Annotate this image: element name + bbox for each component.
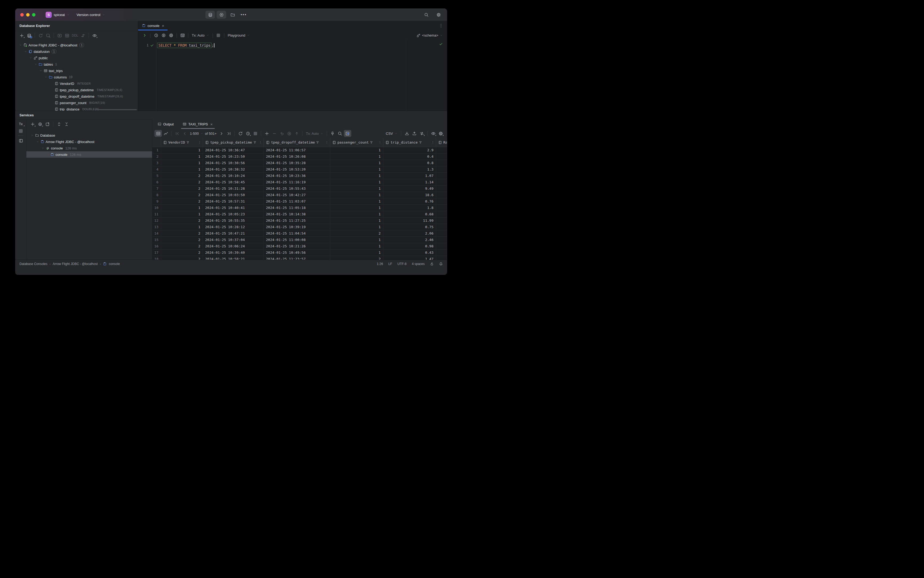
table-row[interactable]: 10 1 2024-01-25 10:40:41 2024-01-25 11:0… <box>152 205 447 211</box>
distance-cell[interactable]: 0.43 <box>383 250 436 256</box>
vendorid-cell[interactable]: 2 <box>161 230 203 236</box>
rate-cell[interactable] <box>436 205 447 211</box>
results-stop-button[interactable] <box>251 130 259 137</box>
service-item-connection[interactable]: console126 ms <box>26 145 152 151</box>
breadcrumb-item[interactable]: Database Consoles <box>19 262 47 266</box>
table-row[interactable]: 3 1 2024-01-25 10:30:56 2024-01-25 10:35… <box>152 160 447 166</box>
col-header-vendorid[interactable]: VendorID <box>161 138 203 147</box>
passenger-cell[interactable]: 1 <box>330 166 383 172</box>
vendorid-cell[interactable]: 1 <box>161 224 203 230</box>
pin-tab-button[interactable] <box>329 130 336 137</box>
row-number-cell[interactable]: 4 <box>152 166 161 172</box>
services-view-options-button[interactable] <box>36 121 44 128</box>
project-widget[interactable]: S spiceai <box>40 11 71 19</box>
parameters-button[interactable] <box>160 32 167 39</box>
close-tab-icon[interactable]: × <box>161 24 165 28</box>
distance-cell[interactable]: 2.46 <box>383 237 436 243</box>
export-format-select[interactable]: CSV <box>384 131 399 136</box>
tab-output[interactable]: Output <box>155 119 176 129</box>
table-row[interactable]: 15 2 2024-01-25 10:37:04 2024-01-25 11:0… <box>152 237 447 243</box>
pickup-cell[interactable]: 2024-01-25 10:38:32 <box>203 166 264 172</box>
passenger-cell[interactable]: 1 <box>330 250 383 256</box>
project-files-button[interactable] <box>228 11 237 19</box>
passenger-cell[interactable]: 1 <box>330 147 383 153</box>
breadcrumb-item[interactable]: console <box>109 262 120 266</box>
compare-button[interactable] <box>418 130 425 137</box>
rate-cell[interactable] <box>436 224 447 230</box>
close-tab-icon[interactable]: × <box>210 122 213 126</box>
jump-to-editor-button[interactable] <box>79 32 87 39</box>
row-number-cell[interactable]: 6 <box>152 179 161 185</box>
layout-strip-button[interactable] <box>19 138 23 143</box>
row-number-cell[interactable]: 7 <box>152 185 161 192</box>
table-row[interactable]: 5 2 2024-01-25 10:10:24 2024-01-25 10:23… <box>152 173 447 179</box>
passenger-cell[interactable]: 1 <box>330 185 383 192</box>
pickup-cell[interactable]: 2024-01-25 10:31:28 <box>203 185 264 192</box>
rate-cell[interactable] <box>436 185 447 192</box>
settings-button[interactable] <box>434 11 443 19</box>
row-number-cell[interactable]: 1 <box>152 147 161 153</box>
pickup-cell[interactable]: 2024-01-25 10:06:24 <box>203 243 264 249</box>
table-row[interactable]: 1 1 2024-01-25 10:36:47 2024-01-25 11:06… <box>152 147 447 153</box>
distance-cell[interactable]: 18.6 <box>383 192 436 198</box>
rate-cell[interactable] <box>436 179 447 185</box>
col-header-pickup[interactable]: tpep_pickup_datetime <box>203 138 264 147</box>
open-console-button[interactable] <box>56 32 63 39</box>
services-tool-button[interactable] <box>217 11 226 19</box>
tree-item-column[interactable]: tpep_dropoff_datetimeTIMESTAMP(26,6) <box>15 93 138 99</box>
add-row-button[interactable] <box>263 130 271 137</box>
first-page-button[interactable] <box>173 130 181 137</box>
distance-cell[interactable]: 0.68 <box>383 211 436 217</box>
pickup-cell[interactable]: 2024-01-25 10:03:50 <box>203 192 264 198</box>
rate-cell[interactable] <box>436 237 447 243</box>
run-profile-select[interactable]: Playground <box>226 33 251 38</box>
refresh-button[interactable] <box>37 32 44 39</box>
service-item-database[interactable]: Database <box>26 132 152 138</box>
col-header-distance[interactable]: trip_distance <box>383 138 436 147</box>
open-in-new-tab-button[interactable] <box>44 121 51 128</box>
table-row[interactable]: 12 2 2024-01-25 10:55:35 2024-01-25 11:2… <box>152 218 447 224</box>
distance-cell[interactable]: 1.3 <box>383 166 436 172</box>
submit-button[interactable] <box>285 130 293 137</box>
notifications-bell-icon[interactable] <box>439 262 443 266</box>
tree-item-column[interactable]: passenger_countBIGINT(19) <box>15 99 138 106</box>
reload-page-button[interactable] <box>237 130 244 137</box>
rate-cell[interactable] <box>436 173 447 179</box>
vendorid-cell[interactable]: 2 <box>161 179 203 185</box>
ddl-button[interactable]: DDL <box>71 34 79 37</box>
dropoff-cell[interactable]: 2024-01-25 11:03:07 <box>264 198 330 205</box>
distance-cell[interactable]: 0.4 <box>383 153 436 159</box>
horizontal-scrollbar[interactable] <box>95 109 137 110</box>
rate-cell[interactable] <box>436 198 447 205</box>
result-view-button[interactable] <box>179 32 186 39</box>
more-tools-button[interactable]: ••• <box>239 12 248 17</box>
filter-panel-button[interactable] <box>344 130 351 137</box>
database-tool-button[interactable] <box>205 11 215 19</box>
results-tx-mode-select[interactable]: Tx: Auto <box>304 131 325 136</box>
rate-cell[interactable] <box>436 211 447 217</box>
caret-position[interactable]: 1:26 <box>377 262 383 266</box>
distance-cell[interactable]: 2.9 <box>383 147 436 153</box>
dropoff-cell[interactable]: 2024-01-25 11:16:19 <box>264 179 330 185</box>
dropoff-cell[interactable]: 2024-01-25 10:39:19 <box>264 224 330 230</box>
row-number-cell[interactable]: 14 <box>152 230 161 236</box>
service-item-datasource[interactable]: Arrow Flight JDBC - @localhost <box>26 138 152 145</box>
pickup-cell[interactable]: 2024-01-25 10:30:56 <box>203 160 264 166</box>
rate-cell[interactable] <box>436 230 447 236</box>
dropoff-cell[interactable]: 2024-01-25 11:04:54 <box>264 230 330 236</box>
dropoff-cell[interactable]: 2024-01-25 10:35:28 <box>264 160 330 166</box>
distance-cell[interactable]: 1.8 <box>383 205 436 211</box>
table-row[interactable]: 8 2 2024-01-25 10:03:50 2024-01-25 10:42… <box>152 192 447 198</box>
breadcrumb-item[interactable]: Arrow Flight JDBC - @localhost <box>53 262 97 266</box>
vendorid-cell[interactable]: 2 <box>161 198 203 205</box>
tree-item-column[interactable]: tpep_pickup_datetimeTIMESTAMP(26,6) <box>15 87 138 93</box>
vendorid-cell[interactable]: 2 <box>161 243 203 249</box>
close-window-button[interactable] <box>20 13 24 16</box>
vendorid-cell[interactable]: 1 <box>161 153 203 159</box>
table-row[interactable]: 13 1 2024-01-25 10:28:12 2024-01-25 10:3… <box>152 224 447 230</box>
next-page-button[interactable] <box>218 130 225 137</box>
distance-cell[interactable]: 1.14 <box>383 179 436 185</box>
query-history-button[interactable] <box>152 32 160 39</box>
tree-item-columns[interactable]: columns19 <box>15 74 138 80</box>
line-separator[interactable]: LF <box>388 262 392 266</box>
